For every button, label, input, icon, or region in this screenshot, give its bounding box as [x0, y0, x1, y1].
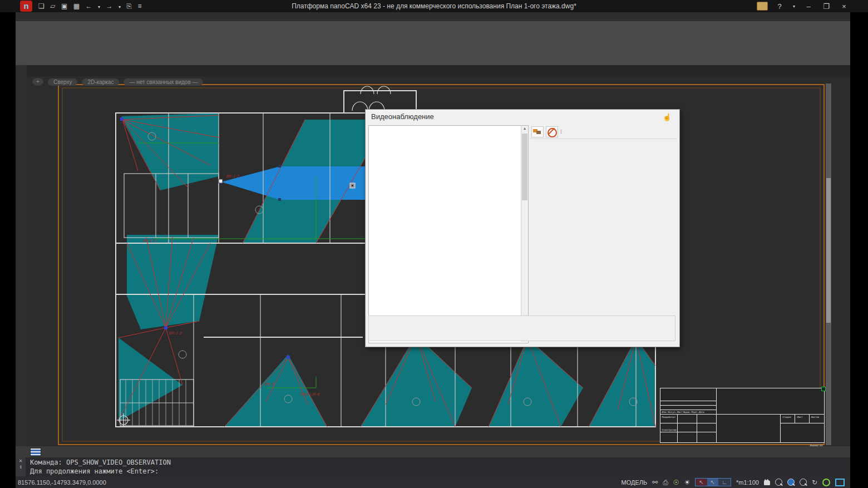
tree-scrollbar[interactable]: ▲ ▼	[521, 126, 528, 342]
linked-views-button[interactable]: — нет связанных видов —	[124, 78, 203, 86]
menu-bar	[16, 12, 850, 21]
title-block: Изм. Кол.уч. Лист №док. Подп. Дата Разра…	[660, 388, 825, 443]
print-icon[interactable]: ⎘	[126, 0, 132, 12]
zoom-active-icon[interactable]	[787, 479, 795, 486]
canvas-vscrollbar[interactable]	[826, 83, 831, 445]
undo-icon[interactable]: ←	[86, 0, 92, 12]
hand-cursor-icon: ☝	[663, 113, 672, 121]
redo-icon[interactable]: →	[106, 0, 112, 12]
layouts-icon[interactable]	[30, 448, 41, 456]
zoom-window-icon[interactable]	[800, 479, 807, 486]
selection-mode-group: ↖ ↖ ∟	[695, 478, 731, 486]
title-bar: n ❏ ▱ ▣ ▦ ← ▾ → ▾ ⎘ ≡ Платформа nanoCAD …	[0, 0, 868, 12]
view-direction-button[interactable]: Сверху	[48, 78, 77, 86]
orbit-icon[interactable]: ↻	[812, 479, 817, 486]
grip-point	[821, 387, 826, 391]
ribbon	[16, 21, 850, 66]
dialog-title[interactable]: Видеонаблюдение	[366, 110, 685, 124]
dynamic-ucs-icon[interactable]: ∟	[718, 479, 731, 486]
side-panel-tabs	[16, 65, 27, 446]
help-dropdown-icon[interactable]: ▾	[791, 4, 797, 9]
status-right-tools: МОДЕЛЬ ⚯ ⎙ ☉ ☀ ↖ ↖ ∟ *m1:100 ↻	[621, 478, 850, 486]
cursor-coordinates: 81576.1150,-14793.3479,0.0000	[16, 479, 114, 486]
redo-dropdown-icon[interactable]: ▾	[119, 1, 121, 13]
viewport-controls: + Сверху 2D-каркас — нет связанных видов…	[32, 78, 203, 86]
command-line[interactable]: ✕ ↕ Команда: OPS_SHOW_VIDEO_OBSERVATION …	[16, 457, 850, 476]
customize-icon[interactable]: ≡	[137, 0, 141, 12]
close-cmd-icon[interactable]: ✕	[16, 457, 26, 464]
scrollbar-thumb[interactable]	[826, 178, 831, 323]
nanocad-window: { "window": { "title": "Платформа nanoCA…	[0, 0, 868, 488]
show-cameras-icon[interactable]	[531, 126, 544, 137]
new-file-icon[interactable]: ❏	[38, 0, 45, 12]
app-logo-icon[interactable]: n	[20, 1, 32, 12]
plan-label: ВК-1.8	[169, 331, 182, 336]
help-button[interactable]: ?	[773, 2, 786, 11]
scrollbar-thumb[interactable]	[522, 134, 527, 200]
save-icon[interactable]: ▣	[61, 0, 67, 12]
scroll-up-icon[interactable]: ▲	[521, 126, 528, 130]
close-button[interactable]: ×	[838, 2, 850, 11]
plan-label: ВК-1.3	[142, 239, 156, 243]
titleblock-sheet: Лист	[797, 416, 802, 418]
toolbar-overflow-icon[interactable]: ⁞	[560, 129, 562, 135]
titleblock-sheets: Листов	[811, 416, 819, 418]
properties-panel: ⁞	[530, 125, 676, 342]
regen-icon[interactable]	[822, 479, 830, 486]
pan-icon[interactable]	[764, 479, 770, 485]
command-history-line: Команда: OPS_SHOW_VIDEO_OBSERVATION	[30, 459, 171, 466]
link-icon[interactable]: ⚯	[652, 479, 658, 486]
plan-label: ВР-2	[265, 382, 274, 387]
undo-dropdown-icon[interactable]: ▾	[98, 1, 100, 13]
video-surveillance-dialog: Видеонаблюдение ☝ ▲ ▼ ⁞	[365, 109, 680, 347]
save-all-icon[interactable]: ▦	[73, 0, 80, 12]
layout-tab-bar	[16, 446, 850, 457]
annotation-scale[interactable]: *m1:100	[736, 479, 759, 486]
hide-zones-icon[interactable]	[546, 126, 558, 137]
zoom-icon[interactable]	[775, 479, 782, 486]
titleblock-razrab: Разработал	[662, 416, 675, 418]
cursor-select-icon[interactable]: ↖	[707, 479, 718, 486]
maximize-button[interactable]: ❐	[820, 2, 832, 11]
surveillance-tree[interactable]: ▲ ▼	[368, 125, 529, 343]
dialog-bottom-panel	[368, 316, 675, 341]
titleblock-head-row: Изм. Кол.уч. Лист №док. Подп. Дата	[662, 411, 704, 413]
minimize-button[interactable]: –	[802, 2, 815, 11]
titleblock-ncontrol: Н.контролер	[662, 428, 677, 431]
pin-cmd-icon[interactable]: ↕	[16, 464, 26, 470]
status-bar: 81576.1150,-14793.3479,0.0000 МОДЕЛЬ ⚯ ⎙…	[16, 476, 850, 488]
bulb-icon[interactable]: ☀	[684, 479, 691, 486]
fullscreen-icon[interactable]	[835, 479, 845, 486]
bulb-cursor-icon[interactable]: ☉	[673, 479, 679, 486]
window-controls: ? ▾ – ❐ ×	[757, 0, 850, 12]
model-space-label[interactable]: МОДЕЛЬ	[621, 479, 647, 486]
properties-toolbar: ⁞	[530, 125, 676, 139]
titleblock-stage: Стадия	[782, 416, 791, 418]
legend-table	[204, 337, 363, 338]
command-gutter: ✕ ↕	[16, 457, 26, 476]
viewport-add-button[interactable]: +	[32, 78, 43, 86]
command-prompt-line[interactable]: Для продолжения нажмите <Enter>:	[30, 467, 159, 475]
visual-style-button[interactable]: 2D-каркас	[82, 78, 119, 86]
monitor-small-icon[interactable]: ⎙	[663, 479, 668, 486]
drawing-canvas[interactable]: ВК-1.2 ВК-1.3 ВК-1.8 ВР-2 SHELL/R-8 + Св…	[27, 76, 850, 446]
quick-access-toolbar: ❏ ▱ ▣ ▦ ← ▾ → ▾ ⎘ ≡	[37, 0, 143, 12]
interface-switch-icon[interactable]	[757, 2, 768, 11]
open-file-icon[interactable]: ▱	[50, 0, 55, 12]
document-tab-bar	[16, 65, 850, 76]
plan-label: ВК-1.2	[226, 174, 239, 179]
cursor-track-icon[interactable]: ↖	[696, 479, 707, 486]
plan-label: SHELL/R-8	[299, 392, 319, 397]
property-grid	[530, 139, 677, 139]
